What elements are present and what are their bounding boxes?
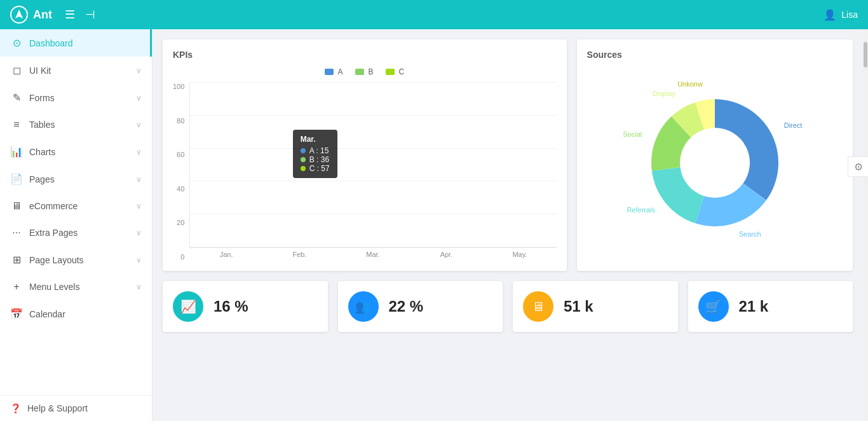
logo-icon	[10, 6, 28, 24]
menu-icon[interactable]: ☰	[65, 8, 75, 22]
kpi-card: KPIs ABC 100806040200 Mar.	[163, 39, 567, 271]
username: Lisa	[841, 10, 858, 20]
sidebar-item-left: + Menu Levels	[10, 281, 79, 293]
stat-icon-2: 🖥	[523, 291, 553, 322]
help-label: Help & Support	[27, 403, 88, 413]
chevron-down-icon: ∨	[136, 120, 142, 129]
sidebar-item-menu-levels[interactable]: + Menu Levels ∨	[0, 273, 152, 300]
legend-item-A: A	[325, 67, 342, 76]
sidebar-icon-calendar: 📅	[10, 308, 23, 320]
sources-title: Sources	[587, 50, 843, 60]
chart-bars: Mar. A : 15B : 36C : 57	[189, 83, 556, 248]
scrollbar-thumb[interactable]	[864, 42, 867, 67]
stat-value-3: 21 k	[739, 298, 769, 315]
chevron-down-icon: ∨	[136, 228, 142, 237]
kpi-title: KPIs	[173, 50, 557, 60]
sidebar-item-left: ⊞ Page Layouts	[10, 254, 84, 266]
sidebar-item-left: 📅 Calendar	[10, 308, 65, 320]
sidebar-icon-forms: ✎	[10, 92, 23, 104]
sidebar-icon-page-layouts: ⊞	[10, 254, 23, 266]
logo-text: Ant	[33, 8, 52, 22]
sidebar-footer[interactable]: ❓ Help & Support	[0, 395, 152, 421]
chevron-down-icon: ∨	[136, 282, 142, 291]
sidebar-item-charts[interactable]: 📊 Charts ∨	[0, 138, 152, 165]
y-axis-label: 20	[173, 219, 184, 226]
chevron-down-icon: ∨	[136, 66, 142, 75]
sidebar-label-calendar: Calendar	[29, 309, 65, 319]
bar-chart-wrapper: 100806040200 Mar. A : 15B : 36C : 57	[173, 83, 557, 261]
sidebar-item-ecommerce[interactable]: 🖥 eCommerce ∨	[0, 193, 152, 219]
chevron-down-icon: ∨	[136, 148, 142, 156]
stat-info-2: 51 k	[564, 298, 593, 315]
sidebar-label-tables: Tables	[29, 120, 55, 130]
sidebar-item-left: ✎ Forms	[10, 92, 55, 104]
chevron-down-icon: ∨	[136, 93, 142, 102]
sidebar-item-page-layouts[interactable]: ⊞ Page Layouts ∨	[0, 246, 152, 273]
sidebar-item-left: 📄 Pages	[10, 173, 55, 185]
y-axis: 100806040200	[173, 83, 189, 261]
stat-value-2: 51 k	[564, 298, 593, 315]
collapse-icon[interactable]: ⊣	[85, 8, 95, 22]
settings-button[interactable]: ⚙	[848, 156, 868, 177]
legend-label-A: A	[337, 67, 342, 76]
sidebar-icon-extra-pages: ···	[10, 227, 23, 238]
sidebar-item-calendar[interactable]: 📅 Calendar	[0, 300, 152, 328]
stat-icon-0: 📈	[173, 291, 203, 322]
help-icon: ❓	[10, 403, 21, 413]
sidebar-item-left: 🖥 eCommerce	[10, 200, 78, 212]
donut-chart: DirectSearchReferralsSocialDisplayUnkonw	[587, 67, 843, 258]
legend-item-B: B	[355, 67, 373, 76]
sidebar-item-forms[interactable]: ✎ Forms ∨	[0, 84, 152, 111]
donut-label-Display: Display	[653, 90, 676, 97]
user-icon: 👤	[824, 9, 836, 21]
donut-label-Direct: Direct	[783, 121, 802, 129]
x-axis-label: Apr.	[410, 251, 483, 258]
x-axis-label: Mar.	[336, 251, 409, 258]
donut-label-Unkonw: Unkonw	[677, 80, 703, 88]
x-axis: Jan.Feb.Mar.Apr.May.	[189, 248, 556, 261]
sidebar-items: ⊙ Dashboard ◻ UI Kit ∨ ✎ Forms ∨ ≡ Table…	[0, 29, 152, 328]
y-axis-label: 0	[173, 253, 184, 261]
legend-item-C: C	[386, 67, 404, 76]
x-axis-label: Jan.	[189, 251, 262, 258]
stats-row: 📈 16 % 👥 22 % 🖥 51 k 🛒 21 k	[163, 281, 853, 332]
sidebar-item-dashboard[interactable]: ⊙ Dashboard	[0, 29, 152, 57]
chevron-down-icon: ∨	[136, 175, 142, 184]
scrollbar-track[interactable]: ⚙	[863, 29, 868, 421]
donut-segment-Direct	[715, 99, 778, 200]
x-axis-label: Feb.	[263, 251, 336, 258]
sidebar-item-pages[interactable]: 📄 Pages ∨	[0, 165, 152, 193]
sidebar-item-left: ≡ Tables	[10, 119, 55, 130]
sources-card: Sources DirectSearchReferralsSocialDispl…	[577, 39, 853, 271]
donut-segment-Referrals	[652, 167, 704, 223]
legend-dot-C	[386, 69, 395, 75]
sidebar-item-extra-pages[interactable]: ··· Extra Pages ∨	[0, 219, 152, 246]
legend-dot-A	[325, 69, 334, 75]
y-axis-label: 40	[173, 185, 184, 193]
sidebar: ⊙ Dashboard ◻ UI Kit ∨ ✎ Forms ∨ ≡ Table…	[0, 29, 153, 421]
header-right: 👤 Lisa	[824, 9, 858, 21]
y-axis-label: 100	[173, 83, 184, 90]
donut-label-Referrals: Referrals	[627, 206, 655, 214]
donut-label-Search: Search	[738, 230, 761, 238]
sidebar-icon-tables: ≡	[10, 119, 23, 130]
sidebar-item-ui-kit[interactable]: ◻ UI Kit ∨	[0, 57, 152, 84]
sidebar-icon-charts: 📊	[10, 146, 23, 158]
chevron-down-icon: ∨	[136, 256, 142, 265]
sidebar-label-dashboard: Dashboard	[29, 38, 73, 48]
sidebar-label-pages: Pages	[29, 174, 55, 184]
sidebar-label-ecommerce: eCommerce	[29, 201, 78, 211]
sidebar-item-left: ◻ UI Kit	[10, 64, 51, 76]
donut-svg: DirectSearchReferralsSocialDisplayUnkonw	[626, 74, 804, 252]
legend-dot-B	[355, 69, 364, 75]
kpi-legend: ABC	[173, 67, 557, 76]
stat-info-1: 22 %	[389, 298, 424, 315]
sidebar-icon-menu-levels: +	[10, 281, 23, 293]
stat-value-0: 16 %	[214, 298, 248, 315]
y-axis-label: 60	[173, 151, 184, 158]
sidebar-label-page-layouts: Page Layouts	[29, 255, 84, 265]
donut-label-Social: Social	[623, 130, 642, 138]
sidebar-item-tables[interactable]: ≡ Tables ∨	[0, 111, 152, 138]
stat-card-2: 🖥 51 k	[513, 281, 678, 332]
stat-info-3: 21 k	[739, 298, 769, 315]
